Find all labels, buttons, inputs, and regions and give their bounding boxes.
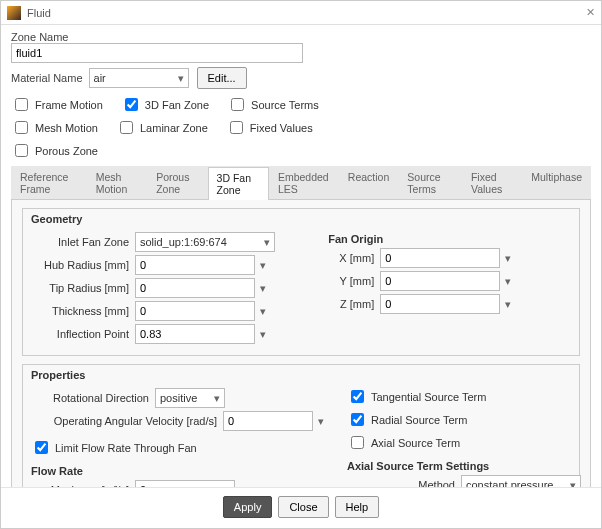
geometry-group: Geometry Inlet Fan Zone solid_up:1:69:67… <box>22 208 580 356</box>
axial-source-checkbox[interactable]: Axial Source Term <box>347 433 460 452</box>
radial-source-checkbox[interactable]: Radial Source Term <box>347 410 467 429</box>
thickness-label: Thickness [mm] <box>31 305 129 317</box>
options-row-2: Mesh Motion Laminar Zone Fixed Values <box>11 118 591 137</box>
tab-reaction[interactable]: Reaction <box>339 166 398 199</box>
limit-flow-checkbox[interactable]: Limit Flow Rate Through Fan <box>31 438 197 457</box>
tab-multiphase[interactable]: Multiphase <box>522 166 591 199</box>
inlet-fan-zone-label: Inlet Fan Zone <box>31 236 129 248</box>
tab-bar: Reference Frame Mesh Motion Porous Zone … <box>11 166 591 200</box>
thickness-input[interactable]: ▾ <box>135 301 271 321</box>
rotational-direction-select[interactable]: positive ▾ <box>155 388 225 408</box>
caret-down-icon: ▾ <box>264 236 270 249</box>
inlet-fan-zone-select[interactable]: solid_up:1:69:674 ▾ <box>135 232 275 252</box>
tab-porous-zone[interactable]: Porous Zone <box>147 166 207 199</box>
close-button[interactable]: Close <box>278 496 328 518</box>
fan-origin-y-label: Y [mm] <box>328 275 374 287</box>
fan-origin-z-label: Z [mm] <box>328 298 374 310</box>
tab-reference-frame[interactable]: Reference Frame <box>11 166 87 199</box>
properties-title: Properties <box>31 369 571 381</box>
window-title: Fluid <box>27 7 51 19</box>
options-row-3: Porous Zone <box>11 141 591 160</box>
dialog-window: Fluid ✕ Zone Name Material Name air ▾ Ed… <box>0 0 602 529</box>
zone-name-input[interactable] <box>11 43 303 63</box>
hub-radius-label: Hub Radius [mm] <box>31 259 129 271</box>
apply-button[interactable]: Apply <box>223 496 273 518</box>
hub-radius-input[interactable]: ▾ <box>135 255 271 275</box>
help-button[interactable]: Help <box>335 496 380 518</box>
caret-down-icon: ▾ <box>178 72 184 85</box>
tab-panel-3d-fan-zone: Geometry Inlet Fan Zone solid_up:1:69:67… <box>11 200 591 487</box>
fan-origin-x-label: X [mm] <box>328 252 374 264</box>
source-terms-checkbox[interactable]: Source Terms <box>227 95 319 114</box>
stepper-icon[interactable]: ▾ <box>500 298 516 311</box>
porous-zone-checkbox[interactable]: Porous Zone <box>11 141 98 160</box>
caret-down-icon: ▾ <box>214 392 220 405</box>
inflection-label: Inflection Point <box>31 328 129 340</box>
frame-motion-checkbox[interactable]: Frame Motion <box>11 95 103 114</box>
inflection-input[interactable]: ▾ <box>135 324 271 344</box>
stepper-icon[interactable]: ▾ <box>500 275 516 288</box>
app-icon <box>7 6 21 20</box>
material-name-label: Material Name <box>11 72 83 84</box>
stepper-icon[interactable]: ▾ <box>255 305 271 318</box>
material-name-value: air <box>94 72 106 84</box>
axial-method-select[interactable]: constant pressure ▾ <box>461 475 581 487</box>
3d-fan-zone-checkbox[interactable]: 3D Fan Zone <box>121 95 209 114</box>
mesh-motion-checkbox[interactable]: Mesh Motion <box>11 118 98 137</box>
stepper-icon[interactable]: ▾ <box>313 415 329 428</box>
caret-down-icon: ▾ <box>570 479 576 488</box>
fan-origin-z-input[interactable]: ▾ <box>380 294 516 314</box>
edit-material-button[interactable]: Edit... <box>197 67 247 89</box>
stepper-icon[interactable]: ▾ <box>255 328 271 341</box>
laminar-zone-checkbox[interactable]: Laminar Zone <box>116 118 208 137</box>
title-bar: Fluid ✕ <box>1 1 601 25</box>
options-row-1: Frame Motion 3D Fan Zone Source Terms <box>11 95 591 114</box>
axial-method-label: Method <box>418 479 455 487</box>
tip-radius-label: Tip Radius [mm] <box>31 282 129 294</box>
fan-origin-title: Fan Origin <box>328 233 571 245</box>
tip-radius-input[interactable]: ▾ <box>135 278 271 298</box>
properties-group: Properties Rotational Direction positive… <box>22 364 580 487</box>
window-close-button[interactable]: ✕ <box>586 6 595 19</box>
axial-settings-title: Axial Source Term Settings <box>347 460 581 472</box>
tangential-source-checkbox[interactable]: Tangential Source Term <box>347 387 486 406</box>
dialog-footer: Apply Close Help <box>1 487 601 528</box>
material-name-select[interactable]: air ▾ <box>89 68 189 88</box>
angular-velocity-input[interactable]: ▾ <box>223 411 329 431</box>
stepper-icon[interactable]: ▾ <box>500 252 516 265</box>
tab-3d-fan-zone[interactable]: 3D Fan Zone <box>208 167 269 200</box>
rotational-direction-label: Rotational Direction <box>31 392 149 404</box>
zone-name-label: Zone Name <box>11 31 585 43</box>
flow-max-input[interactable]: ▾ <box>135 480 251 487</box>
geometry-title: Geometry <box>31 213 571 225</box>
fan-origin-x-input[interactable]: ▾ <box>380 248 516 268</box>
tab-fixed-values[interactable]: Fixed Values <box>462 166 522 199</box>
stepper-icon[interactable]: ▾ <box>255 282 271 295</box>
tab-source-terms[interactable]: Source Terms <box>398 166 462 199</box>
tab-embedded-les[interactable]: Embedded LES <box>269 166 339 199</box>
fan-origin-y-input[interactable]: ▾ <box>380 271 516 291</box>
angular-velocity-label: Operating Angular Velocity [rad/s] <box>31 415 217 427</box>
tab-mesh-motion[interactable]: Mesh Motion <box>87 166 147 199</box>
flow-rate-title: Flow Rate <box>31 465 329 477</box>
stepper-icon[interactable]: ▾ <box>255 259 271 272</box>
fixed-values-checkbox[interactable]: Fixed Values <box>226 118 313 137</box>
dialog-content: Zone Name Material Name air ▾ Edit... Fr… <box>1 25 601 487</box>
